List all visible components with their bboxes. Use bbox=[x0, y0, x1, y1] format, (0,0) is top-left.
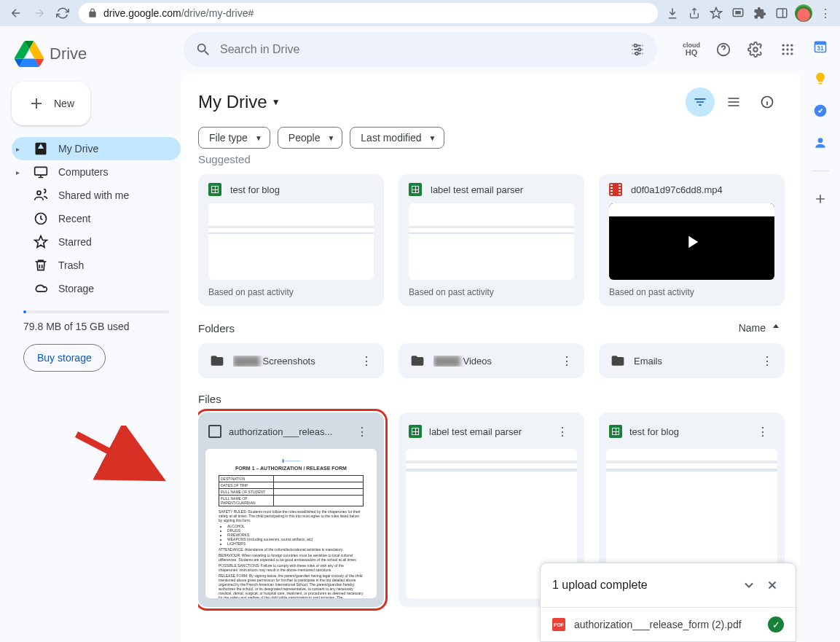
nav-shared[interactable]: Shared with me bbox=[12, 184, 181, 207]
card-subtitle: Based on past activity bbox=[208, 287, 374, 297]
close-icon[interactable] bbox=[761, 574, 784, 597]
forward-button[interactable] bbox=[29, 3, 50, 23]
card-subtitle: Based on past activity bbox=[609, 287, 774, 297]
nav-starred[interactable]: Starred bbox=[12, 230, 181, 254]
new-button[interactable]: New bbox=[12, 82, 90, 125]
share-icon[interactable] bbox=[686, 4, 703, 22]
folder-icon bbox=[611, 353, 625, 368]
top-bar: cloudHQ bbox=[181, 26, 840, 73]
sheets-icon bbox=[409, 183, 422, 196]
svg-point-14 bbox=[790, 44, 793, 47]
chevron-down-icon[interactable] bbox=[737, 574, 761, 597]
success-icon: ✓ bbox=[768, 616, 784, 633]
svg-point-26 bbox=[817, 138, 823, 143]
sheets-icon bbox=[609, 425, 622, 438]
sheets-icon bbox=[208, 183, 221, 196]
pdf-icon: PDF bbox=[552, 618, 565, 631]
address-bar[interactable]: drive.google.com/drive/my-drive# bbox=[79, 3, 658, 23]
info-icon[interactable] bbox=[753, 87, 782, 117]
search-icon bbox=[195, 42, 211, 58]
file-card-highlighted[interactable]: authorization___releas...⋮ ▮ ───── FORM … bbox=[198, 412, 384, 607]
svg-point-5 bbox=[37, 191, 41, 195]
sidepanel-icon[interactable] bbox=[773, 4, 790, 22]
toast-title: 1 upload complete bbox=[552, 579, 737, 592]
add-icon[interactable] bbox=[813, 192, 828, 206]
calendar-icon[interactable]: 31 bbox=[813, 39, 828, 54]
svg-rect-4 bbox=[35, 167, 47, 175]
checkbox-icon[interactable] bbox=[208, 425, 221, 438]
folder-item[interactable]: Emails⋮ bbox=[599, 343, 785, 378]
page-title[interactable]: My Drive ▼ bbox=[198, 92, 280, 112]
more-icon[interactable]: ⋮ bbox=[751, 420, 774, 443]
folders-label: Folders bbox=[198, 322, 235, 334]
filter-icon[interactable] bbox=[686, 87, 715, 117]
svg-point-12 bbox=[782, 44, 785, 47]
svg-point-16 bbox=[786, 48, 788, 50]
toast-item[interactable]: PDF authorization___release_form (2).pdf… bbox=[541, 607, 796, 641]
back-button[interactable] bbox=[6, 3, 26, 23]
nav-storage[interactable]: Storage bbox=[12, 277, 181, 300]
sheets-icon bbox=[409, 425, 422, 438]
tasks-icon[interactable] bbox=[813, 103, 828, 118]
svg-point-7 bbox=[634, 44, 637, 47]
drive-logo[interactable]: Drive bbox=[12, 32, 181, 82]
preview-thumb bbox=[208, 203, 374, 280]
more-icon[interactable]: ⋮ bbox=[755, 349, 779, 372]
search-options-icon[interactable] bbox=[629, 42, 645, 58]
menu-icon[interactable]: ⋮ bbox=[817, 4, 834, 22]
cast-icon[interactable] bbox=[729, 4, 747, 22]
search-input[interactable] bbox=[220, 43, 621, 56]
logo-text: Drive bbox=[50, 44, 87, 63]
nav-computers[interactable]: ▸Computers bbox=[12, 160, 181, 184]
suggested-card[interactable]: d0f0a1d97c6dd8.mp4 Based on past activit… bbox=[599, 174, 785, 306]
svg-point-17 bbox=[790, 48, 793, 50]
nav-recent[interactable]: Recent bbox=[12, 207, 181, 230]
reload-button[interactable] bbox=[52, 3, 73, 23]
browser-toolbar: drive.google.com/drive/my-drive# ⋮ bbox=[0, 0, 840, 26]
more-icon[interactable]: ⋮ bbox=[355, 349, 378, 372]
chip-file-type[interactable]: File type ▼ bbox=[198, 127, 270, 149]
svg-point-9 bbox=[635, 52, 638, 55]
nav-trash[interactable]: Trash bbox=[12, 254, 181, 277]
buy-storage-button[interactable]: Buy storage bbox=[23, 344, 106, 372]
profile-avatar-icon[interactable] bbox=[795, 4, 812, 22]
keep-icon[interactable] bbox=[813, 71, 828, 86]
more-icon[interactable]: ⋮ bbox=[551, 420, 574, 443]
settings-icon[interactable] bbox=[741, 35, 770, 64]
svg-point-15 bbox=[782, 48, 785, 50]
bookmark-icon[interactable] bbox=[707, 4, 725, 22]
more-icon[interactable]: ⋮ bbox=[555, 349, 578, 372]
card-subtitle: Based on past activity bbox=[409, 287, 574, 297]
plus-icon bbox=[28, 95, 45, 112]
folder-icon bbox=[210, 353, 224, 368]
suggested-card[interactable]: test for blog Based on past activity bbox=[198, 174, 384, 306]
download-icon[interactable] bbox=[664, 4, 681, 22]
folder-item[interactable]: ████ Screenshots⋮ bbox=[198, 343, 384, 378]
svg-point-13 bbox=[786, 44, 788, 47]
sort-button[interactable]: Name bbox=[739, 322, 782, 334]
browser-actions: ⋮ bbox=[664, 4, 834, 22]
search-box[interactable] bbox=[184, 32, 657, 67]
drive-logo-icon bbox=[15, 41, 44, 67]
suggested-label: Suggested bbox=[198, 154, 785, 165]
lock-icon bbox=[87, 8, 98, 18]
svg-point-11 bbox=[753, 47, 758, 52]
cloudhq-icon[interactable]: cloudHQ bbox=[677, 35, 706, 64]
support-icon[interactable] bbox=[709, 35, 738, 64]
folder-item[interactable]: ████ Videos⋮ bbox=[399, 343, 584, 378]
svg-rect-1 bbox=[735, 11, 741, 15]
side-panel: 31 bbox=[799, 26, 840, 642]
extensions-icon[interactable] bbox=[751, 4, 769, 22]
chip-people[interactable]: People ▼ bbox=[278, 127, 343, 149]
apps-icon[interactable] bbox=[773, 35, 802, 64]
list-view-icon[interactable] bbox=[719, 87, 748, 117]
chip-last-modified[interactable]: Last modified ▼ bbox=[350, 127, 444, 149]
more-icon[interactable]: ⋮ bbox=[350, 420, 374, 443]
svg-point-18 bbox=[782, 52, 785, 55]
nav-my-drive[interactable]: ▸My Drive bbox=[12, 137, 181, 160]
files-label: Files bbox=[198, 393, 785, 405]
suggested-card[interactable]: label test email parser Based on past ac… bbox=[399, 174, 584, 306]
preview-thumb bbox=[609, 203, 774, 280]
contacts-icon[interactable] bbox=[813, 136, 828, 150]
toast-filename: authorization___release_form (2).pdf bbox=[574, 619, 759, 630]
